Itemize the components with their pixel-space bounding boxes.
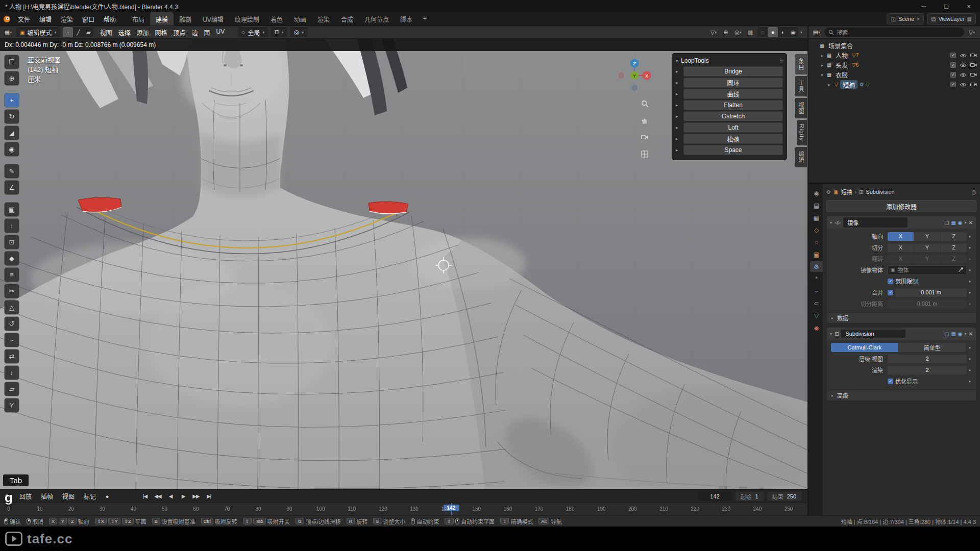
solid-shading-button[interactable]: ●	[768, 27, 778, 37]
viewport-menu[interactable]: 网格	[152, 28, 170, 37]
expand-icon[interactable]: ▸	[819, 63, 825, 68]
expand-icon[interactable]: ▸	[676, 69, 682, 74]
unlink-icon[interactable]: ×	[917, 16, 920, 22]
workspace-tab[interactable]: 动画	[288, 12, 312, 26]
sidebar-tab[interactable]: 视图	[795, 98, 807, 118]
looptools-button[interactable]: Bridge	[683, 66, 783, 77]
axis-toggle-y[interactable]: Y	[914, 232, 940, 241]
current-frame-field[interactable]: 142	[698, 492, 732, 501]
camera-icon[interactable]	[970, 82, 977, 87]
overlays-toggle-icon[interactable]: ◎▾	[733, 27, 743, 37]
levels-viewport-field[interactable]: 2	[888, 355, 967, 363]
snap-toggle[interactable]: Ω ▾	[271, 27, 287, 37]
viewport-menu[interactable]: 顶点	[170, 28, 189, 37]
camera-view-icon[interactable]	[639, 132, 650, 143]
viewport-menu[interactable]: 添加	[134, 28, 152, 37]
realtime-display-icon[interactable]: ▦	[951, 331, 955, 337]
view-layer-selector[interactable]: ▤ ViewLayer ▦	[927, 13, 976, 24]
outliner-item-label[interactable]: 人物	[833, 51, 850, 60]
axis-toggle-x[interactable]: X	[888, 255, 914, 263]
visibility-filter-icon[interactable]: ▽▾	[708, 27, 719, 37]
breadcrumb-modifier[interactable]: Subdivision	[866, 189, 894, 195]
expand-icon[interactable]: ▸	[676, 125, 682, 130]
transform-orientation[interactable]: ◇ 全局 ▾	[238, 27, 268, 37]
viewport-menu[interactable]: 面	[201, 28, 213, 37]
axis-toggle-z[interactable]: Z	[941, 232, 967, 241]
eye-icon[interactable]	[960, 82, 967, 87]
extras-menu-icon[interactable]: ▾	[965, 220, 967, 225]
exclude-checkbox[interactable]: ✓	[950, 53, 956, 58]
animate-dot[interactable]: ●	[967, 268, 973, 272]
gizmo-toggle-icon[interactable]: ⊕	[721, 27, 731, 37]
eye-icon[interactable]	[960, 63, 967, 68]
looptools-button[interactable]: Flatten	[683, 100, 783, 110]
measure-tool[interactable]: ∠	[5, 181, 19, 194]
menu-item[interactable]: 帮助	[99, 15, 120, 23]
cursor-tool[interactable]: ⊕	[5, 71, 19, 85]
rotate-tool[interactable]: ↻	[5, 110, 19, 123]
expand-icon[interactable]: ▸	[676, 103, 682, 108]
playhead[interactable]: 142	[451, 503, 452, 516]
expand-icon[interactable]: ▾	[830, 220, 832, 225]
workspace-tab[interactable]: 建模	[150, 12, 174, 26]
expand-icon[interactable]: ▾	[830, 332, 832, 336]
output-tab[interactable]: ▤	[810, 200, 823, 211]
sidebar-tab[interactable]: 条目	[795, 54, 807, 74]
move-tool[interactable]: +	[5, 93, 19, 107]
camera-icon[interactable]	[970, 72, 977, 77]
maximize-button[interactable]: □	[935, 0, 958, 12]
breadcrumb-object[interactable]: 短袖	[841, 188, 852, 196]
expand-icon[interactable]: ▸	[676, 147, 682, 153]
3d-viewport[interactable]: Dx: 0.004046 m Dy: -0 m Dz: 0.008766 m (…	[0, 39, 807, 489]
close-button[interactable]: ×	[958, 0, 980, 12]
outliner-row[interactable]: ▸▦头发▽6✓	[808, 60, 980, 70]
modifier-name-field[interactable]: Subdivision	[841, 330, 905, 338]
frame-end-field[interactable]: 结束 250	[767, 492, 801, 501]
outliner-row[interactable]: ▾▦衣服✓	[808, 70, 980, 80]
minimize-button[interactable]: ─	[913, 0, 935, 12]
outliner-item-label[interactable]: 短袖	[840, 80, 857, 89]
navigation-gizmo[interactable]: Z X Y	[617, 56, 652, 93]
animate-dot[interactable]: ●	[967, 234, 973, 239]
edit-mode-display-icon[interactable]: ▢	[944, 220, 949, 226]
animate-dot[interactable]: ●	[967, 257, 973, 261]
axis-toggle-x[interactable]: X	[888, 243, 914, 252]
material-tab[interactable]: ◉	[810, 322, 823, 333]
animate-dot[interactable]: ●	[967, 368, 973, 372]
axis-toggle-y[interactable]: Y	[914, 255, 940, 263]
edge-slide-tool[interactable]: ⇄	[5, 349, 19, 363]
outliner-item-label[interactable]: 场景集合	[826, 41, 855, 50]
animate-dot[interactable]: ●	[967, 290, 973, 295]
timeline-menu[interactable]: 标记	[82, 492, 97, 500]
play-back-button[interactable]: ◀	[165, 492, 176, 501]
add-modifier-button[interactable]: 添加修改器	[826, 200, 976, 212]
spin-tool[interactable]: ↺	[5, 317, 19, 331]
merge-checkbox[interactable]: ✓	[888, 290, 893, 295]
expand-icon[interactable]: ▸	[819, 53, 825, 58]
collapse-icon[interactable]: ▾	[676, 59, 678, 63]
clipping-checkbox[interactable]: ✓	[888, 279, 893, 284]
view-layer-new-icon[interactable]: ▦	[967, 16, 972, 22]
mirror-panel-header[interactable]: ▾ ◁▷ 镜像 ▢ ▦ ◉ ▾ ✕	[827, 216, 976, 229]
menu-item[interactable]: 编辑	[35, 15, 56, 23]
scene-tab[interactable]: ◇	[810, 224, 823, 235]
data-subpanel-header[interactable]: ▸ 数据	[827, 312, 976, 323]
pan-hand-icon[interactable]	[639, 115, 650, 126]
outliner-item-label[interactable]: 衣服	[833, 70, 850, 79]
exclude-checkbox[interactable]: ✓	[950, 82, 956, 87]
axis-toggle-y[interactable]: Y	[914, 243, 940, 252]
eye-icon[interactable]	[960, 53, 967, 58]
world-tab[interactable]: ○	[810, 237, 823, 247]
outliner-row[interactable]: ▦场景集合	[808, 41, 980, 51]
camera-icon[interactable]	[970, 53, 977, 58]
axis-toggle-x[interactable]: X	[888, 232, 914, 241]
poly-build-tool[interactable]: △	[5, 300, 19, 314]
annotate-tool[interactable]: ✎	[5, 164, 19, 178]
workspace-tab[interactable]: 布局	[127, 12, 150, 26]
viewport-menu[interactable]: 选择	[115, 28, 134, 37]
looptools-button[interactable]: 松弛	[683, 134, 783, 144]
eye-icon[interactable]	[960, 72, 967, 78]
sidebar-tab[interactable]: 编辑	[795, 147, 807, 167]
render-display-icon[interactable]: ◉	[958, 331, 963, 337]
timeline-menu[interactable]: 视图	[61, 492, 76, 500]
